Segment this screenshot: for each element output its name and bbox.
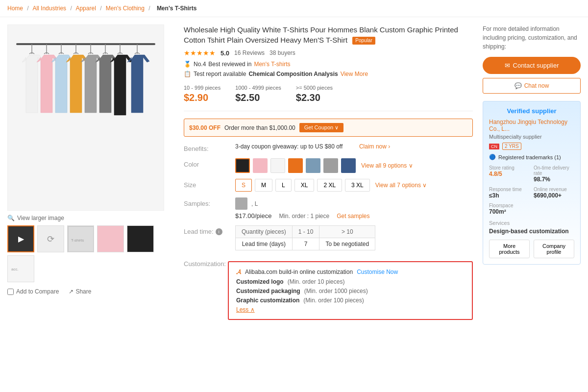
- breadcrumb-home[interactable]: Home: [7, 5, 23, 12]
- stat-response-time-value: ≤3h: [489, 192, 530, 199]
- lead-time-table: Quantity (pieces) 1 - 10 > 10 Lead time …: [235, 225, 375, 250]
- color-swatch-pink[interactable]: [253, 158, 268, 173]
- main-content: 🔍 View larger image ▶ ⟳ T-shirts acc.: [0, 17, 588, 327]
- breadcrumb-all-industries[interactable]: All Industries: [32, 5, 66, 12]
- samples-row: Samples: , L $17.00/piece Min. order : 1…: [184, 197, 473, 220]
- supplier-name-link[interactable]: Hangzhou Jingqiu Technology Co., L...: [489, 119, 574, 132]
- trademark-row: 🔵 Registered trademarks (1): [489, 154, 574, 160]
- breadcrumb-apparel[interactable]: Apparel: [75, 5, 96, 12]
- best-reviewed-row: 🏅 No.4 Best reviewed in Men's T-shirts: [184, 61, 473, 68]
- cust-row-graphic: Graphic customization (Min. order 100 pi…: [236, 297, 465, 304]
- size-m[interactable]: M: [255, 179, 272, 192]
- stat-floorspace: Floorspace 700m²: [489, 203, 530, 215]
- color-swatch-gray[interactable]: [323, 158, 338, 173]
- category-link[interactable]: Men's T-shirts: [254, 61, 290, 68]
- sample-price: $17.00/piece: [235, 212, 271, 220]
- medal-icon: 🏅: [184, 61, 191, 68]
- reviews-link[interactable]: 16 Reviews: [234, 49, 265, 56]
- color-swatch-orange[interactable]: [288, 158, 303, 173]
- product-main-image[interactable]: [7, 24, 164, 211]
- contact-supplier-button[interactable]: ✉ Contact supplier: [483, 57, 581, 74]
- size-l[interactable]: L: [275, 179, 292, 192]
- thumbnail-video[interactable]: ▶: [7, 225, 34, 252]
- share-button[interactable]: ↗ Share: [69, 288, 91, 295]
- view-all-colors-link[interactable]: View all 9 options ∨: [361, 162, 413, 169]
- thumbnail-2[interactable]: [97, 225, 124, 252]
- claim-now-link[interactable]: Claim now ›: [359, 143, 390, 150]
- add-to-compare-label[interactable]: Add to Compare: [7, 288, 59, 295]
- search-icon: 🔍: [7, 215, 15, 221]
- stat-delivery-rate-value: 98.7%: [534, 176, 574, 183]
- color-options: View all 9 options ∨: [235, 158, 473, 173]
- view-larger-link[interactable]: 🔍 View larger image: [7, 215, 174, 221]
- test-report-label: Chemical Composition Analysis: [248, 71, 338, 77]
- size-3xl[interactable]: 3 XL: [345, 179, 370, 192]
- left-panel: 🔍 View larger image ▶ ⟳ T-shirts acc.: [7, 24, 174, 320]
- services-section: Services Design-based customization: [489, 220, 574, 235]
- coupon-bar: $30.00 OFF Order more than $1,000.00 Get…: [184, 119, 473, 137]
- popular-badge: Popular: [352, 37, 375, 45]
- share-icon: ↗: [69, 288, 74, 295]
- color-swatch-dark-blue[interactable]: [341, 158, 356, 173]
- price-tier-2: 1000 - 4999 pieces $2.50: [235, 85, 281, 103]
- view-more-link[interactable]: View More: [341, 71, 368, 77]
- svg-text:T-shirts: T-shirts: [71, 238, 84, 243]
- stat-online-revenue-value: $690,000+: [534, 192, 574, 199]
- breadcrumb-current: Men's T-Shirts: [157, 5, 197, 12]
- test-report-row: 📋 Test report available Chemical Composi…: [184, 71, 473, 77]
- company-profile-button[interactable]: Company profile: [534, 240, 574, 258]
- stat-store-rating: Store rating 4.8/5: [489, 165, 530, 183]
- breadcrumb-mens-clothing[interactable]: Men's Clothing: [106, 5, 145, 12]
- coupon-condition: Order more than $1,000.00: [224, 124, 295, 131]
- color-swatch-blue-gray[interactable]: [306, 158, 320, 173]
- cust-row-logo: Customized logo (Min. order 10 pieces): [236, 278, 465, 285]
- thumbnail-3[interactable]: [127, 225, 154, 252]
- add-to-compare-checkbox[interactable]: [7, 289, 14, 295]
- years-badge: 2 YRS: [502, 143, 521, 150]
- supplier-actions: More products Company profile: [489, 240, 574, 258]
- alibaba-icon: 𝓐: [236, 268, 241, 276]
- test-icon: 📋: [184, 71, 191, 77]
- size-2xl[interactable]: 2 XL: [317, 179, 342, 192]
- svg-text:acc.: acc.: [11, 267, 19, 271]
- buyers-count: 38 buyers: [270, 49, 295, 56]
- stat-delivery-rate: On-time delivery rate 98.7%: [534, 165, 574, 183]
- color-swatch-white[interactable]: [270, 158, 285, 173]
- more-products-button[interactable]: More products: [489, 240, 530, 258]
- pricing-section: 10 - 999 pieces $2.90 1000 - 4999 pieces…: [184, 85, 473, 111]
- price-3: $2.30: [296, 92, 333, 103]
- sample-size: , L: [251, 200, 258, 207]
- size-s[interactable]: S: [235, 179, 252, 192]
- get-samples-link[interactable]: Get samples: [337, 213, 369, 220]
- stat-online-revenue: Online revenue $690,000+: [534, 187, 574, 199]
- product-title: Wholesale High Quality White T-Shirts Po…: [184, 24, 473, 45]
- customise-now-link[interactable]: Customise Now: [357, 269, 398, 275]
- rating-row: ★★★★★ 5.0 16 Reviews 38 buyers: [184, 49, 473, 57]
- thumbnail-360[interactable]: ⟳: [37, 225, 64, 252]
- breadcrumb: Home / All Industries / Apparel / Men's …: [0, 0, 588, 17]
- svg-rect-12: [128, 227, 153, 251]
- less-link[interactable]: Less ∧: [236, 306, 465, 313]
- get-coupon-button[interactable]: Get Coupon ∨: [299, 123, 343, 132]
- benefits-row: Benefits: 3-day coupon giveaway: up to U…: [184, 143, 473, 152]
- thumbnail-4[interactable]: acc.: [7, 255, 34, 282]
- chat-now-button[interactable]: 💬 Chat now: [483, 78, 581, 94]
- size-xl[interactable]: XL: [294, 179, 315, 192]
- size-options: S M L XL 2 XL 3 XL View all 7 options ∨: [235, 179, 473, 192]
- country-flag: CN: [489, 144, 499, 149]
- supplier-meta: CN 2 YRS: [489, 143, 574, 150]
- thumbnail-strip: ▶ ⟳ T-shirts acc.: [7, 225, 174, 282]
- thumbnail-1[interactable]: T-shirts: [67, 225, 94, 252]
- info-icon: i: [216, 228, 222, 235]
- verified-supplier-box: Verified supplier Hangzhou Jingqiu Techn…: [483, 101, 581, 265]
- cust-row-alibaba: 𝓐 Alibaba.com build-in online customizat…: [236, 268, 465, 276]
- sample-color-swatch: [235, 197, 247, 210]
- price-2: $2.50: [235, 92, 281, 103]
- alibaba-text: Alibaba.com build-in online customizatio…: [245, 269, 353, 275]
- right-panel: For more detailed information including …: [483, 24, 581, 320]
- stat-store-rating-value: 4.8/5: [489, 171, 530, 177]
- view-all-sizes-link[interactable]: View all 7 options ∨: [375, 182, 427, 189]
- rating-number: 5.0: [220, 49, 229, 57]
- color-swatch-black[interactable]: [235, 158, 250, 173]
- svg-rect-11: [98, 227, 123, 251]
